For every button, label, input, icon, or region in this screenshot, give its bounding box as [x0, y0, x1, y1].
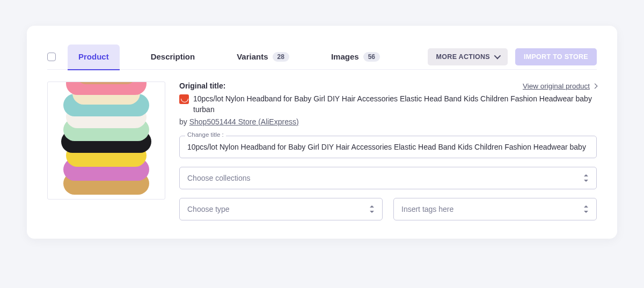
by-prefix: by	[179, 117, 189, 126]
aliexpress-icon	[179, 94, 189, 104]
card-body: Original title: View original product 10…	[47, 70, 597, 220]
import-to-store-button[interactable]: IMPORT TO STORE	[515, 48, 597, 65]
collections-select[interactable]: Choose collections	[179, 167, 597, 189]
tab-product[interactable]: Product	[68, 45, 120, 69]
button-label: MORE ACTIONS	[436, 53, 490, 61]
product-thumbnail[interactable]	[47, 82, 165, 200]
original-title-text: 10pcs/lot Nylon Headband for Baby Girl D…	[193, 93, 597, 115]
field-legend: Change title :	[185, 131, 226, 138]
button-label: IMPORT TO STORE	[524, 53, 588, 61]
select-caret-icon	[583, 174, 589, 182]
card-header: Product Description Variants 28 Images 5…	[47, 44, 597, 70]
chevron-down-icon	[494, 53, 501, 60]
tab-label: Variants	[237, 52, 268, 61]
type-tags-row: Choose type Insert tags here	[179, 198, 597, 220]
tab-variants[interactable]: Variants 28	[226, 45, 300, 69]
select-placeholder: Choose collections	[187, 174, 251, 182]
tab-label: Images	[331, 52, 359, 61]
product-card: Product Description Variants 28 Images 5…	[27, 26, 617, 239]
tab-count: 28	[273, 52, 289, 62]
tab-images[interactable]: Images 56	[320, 45, 391, 69]
tags-select[interactable]: Insert tags here	[393, 198, 597, 220]
product-fields: Original title: View original product 10…	[179, 82, 597, 220]
select-placeholder: Choose type	[187, 205, 230, 213]
original-title-content: 10pcs/lot Nylon Headband for Baby Girl D…	[179, 93, 597, 115]
tab-description[interactable]: Description	[140, 45, 206, 69]
tab-label: Product	[78, 52, 109, 61]
change-title-field: Change title :	[179, 136, 597, 158]
original-title-row: Original title: View original product	[179, 82, 597, 90]
by-line: by Shop5051444 Store (AliExpress)	[179, 117, 597, 126]
change-title-input[interactable]	[180, 136, 596, 158]
tab-label: Description	[151, 52, 195, 61]
link-text: View original product	[523, 82, 590, 90]
tab-count: 56	[363, 52, 380, 62]
more-actions-button[interactable]: MORE ACTIONS	[428, 48, 508, 65]
action-buttons: MORE ACTIONS IMPORT TO STORE	[428, 48, 597, 65]
tabs: Product Description Variants 28 Images 5…	[47, 45, 428, 69]
chevron-right-icon	[592, 83, 598, 88]
type-select[interactable]: Choose type	[179, 198, 383, 220]
original-title-label: Original title:	[179, 82, 225, 90]
select-caret-icon	[583, 205, 589, 213]
select-caret-icon	[369, 205, 375, 213]
select-placeholder: Insert tags here	[401, 205, 453, 213]
store-link[interactable]: Shop5051444 Store (AliExpress)	[189, 117, 299, 126]
select-checkbox[interactable]	[47, 53, 56, 61]
view-original-link[interactable]: View original product	[523, 82, 597, 90]
